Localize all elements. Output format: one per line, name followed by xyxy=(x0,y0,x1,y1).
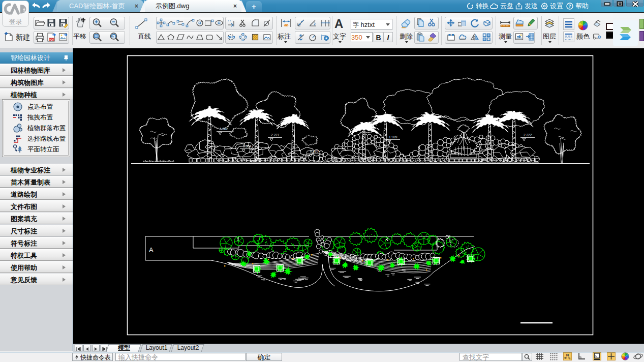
svg-text:A: A xyxy=(149,246,154,254)
svg-text:X: X xyxy=(299,34,301,37)
svg-text:0.420: 0.420 xyxy=(310,149,319,153)
svg-text:PDF: PDF xyxy=(49,38,55,41)
svg-text:x: x xyxy=(569,357,571,360)
svg-text:0.964: 0.964 xyxy=(243,144,252,148)
svg-text:?: ? xyxy=(568,4,571,9)
svg-text:1.939: 1.939 xyxy=(389,135,397,139)
svg-text:2.227: 2.227 xyxy=(271,133,280,137)
svg-text:1.982: 1.982 xyxy=(220,127,228,131)
svg-text:2.222: 2.222 xyxy=(524,133,532,137)
svg-text:N: N xyxy=(566,353,569,357)
